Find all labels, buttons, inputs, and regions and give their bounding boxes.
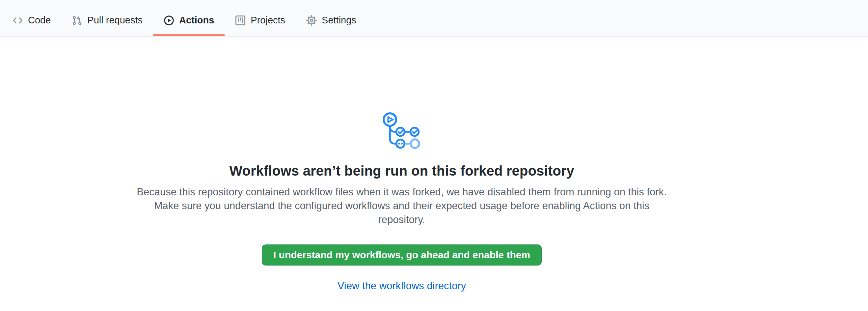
repo-tab-bar: Code Pull requests Actions — [0, 0, 868, 37]
tab-label: Settings — [322, 15, 356, 25]
tab-pull-requests[interactable]: Pull requests — [61, 0, 153, 36]
code-icon — [12, 15, 23, 26]
blankslate-description: Because this repository contained workfl… — [132, 185, 672, 227]
actions-blankslate: Workflows aren’t being run on this forke… — [0, 37, 868, 292]
tab-label: Code — [28, 15, 51, 25]
blankslate-heading: Workflows aren’t being run on this forke… — [229, 163, 574, 179]
tab-label: Actions — [179, 15, 214, 25]
project-icon — [235, 15, 246, 26]
view-workflows-directory-link[interactable]: View the workflows directory — [338, 280, 466, 292]
play-icon — [164, 15, 174, 26]
tab-code[interactable]: Code — [2, 0, 61, 36]
git-pull-request-icon — [72, 15, 82, 26]
workflow-illustration-icon — [382, 111, 422, 150]
gear-icon — [306, 15, 317, 26]
tab-actions[interactable]: Actions — [153, 0, 224, 36]
enable-workflows-button[interactable]: I understand my workflows, go ahead and … — [262, 244, 542, 266]
tab-projects[interactable]: Projects — [224, 0, 296, 36]
tab-label: Pull requests — [87, 15, 143, 25]
tab-settings[interactable]: Settings — [296, 0, 367, 36]
tab-label: Projects — [251, 15, 285, 25]
